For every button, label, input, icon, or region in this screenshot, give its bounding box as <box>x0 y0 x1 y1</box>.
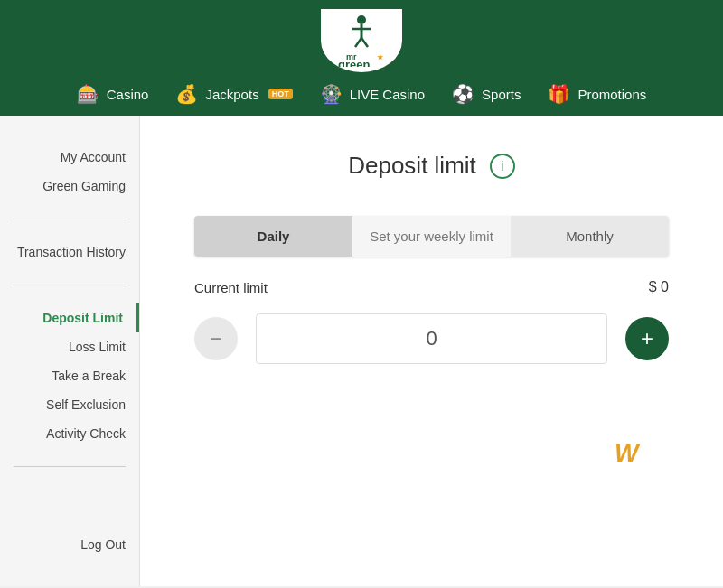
nav-item-casino[interactable]: 🎰 Casino <box>77 83 149 105</box>
tab-monthly[interactable]: Monthly <box>511 216 669 257</box>
sidebar-item-log-out[interactable]: Log Out <box>0 530 139 559</box>
logo-svg: mr green ★ <box>330 13 393 67</box>
page-title-row: Deposit limit i <box>194 152 669 180</box>
tab-weekly[interactable]: Set your weekly limit <box>352 216 511 257</box>
sidebar-item-self-exclusion[interactable]: Self Exclusion <box>0 390 139 419</box>
sidebar-divider-1 <box>14 219 126 219</box>
sidebar-item-deposit-limit[interactable]: Deposit Limit <box>0 303 139 332</box>
nav-promotions-label: Promotions <box>577 87 646 102</box>
hot-badge: HOT <box>268 89 293 99</box>
logo: mr green ★ <box>330 13 393 70</box>
promotions-icon: 🎁 <box>548 83 570 105</box>
svg-text:green: green <box>338 58 370 67</box>
sidebar-item-green-gaming[interactable]: Green Gaming <box>0 172 139 201</box>
sidebar-section-3: Deposit Limit Loss Limit Take a Break Se… <box>0 294 139 457</box>
minus-button[interactable]: − <box>194 317 238 360</box>
header: mr green ★ 🎰 Casino 💰 Jackpots HOT 🎡 LIV… <box>0 0 723 116</box>
page-title: Deposit limit <box>348 152 476 180</box>
svg-text:W: W <box>615 439 641 467</box>
nav-item-promotions[interactable]: 🎁 Promotions <box>548 83 646 105</box>
sidebar-section-4: Log Out <box>0 521 139 568</box>
sidebar-item-take-a-break[interactable]: Take a Break <box>0 361 139 390</box>
jackpots-icon: 💰 <box>175 83 198 105</box>
nav-item-live-casino[interactable]: 🎡 LIVE Casino <box>320 83 425 105</box>
limit-row: Current limit $ 0 <box>194 279 669 295</box>
sidebar-section-2: Transaction History <box>0 229 139 275</box>
sidebar-divider-3 <box>14 466 126 467</box>
nav-jackpots-label: Jackpots <box>205 87 258 102</box>
main-layout: My Account Green Gaming Transaction Hist… <box>0 116 723 586</box>
plus-icon: + <box>641 326 653 351</box>
sports-icon: ⚽ <box>452 83 474 105</box>
tab-daily[interactable]: Daily <box>194 216 352 257</box>
tab-bar: Daily Set your weekly limit Monthly <box>194 216 669 257</box>
wise-logo: W <box>615 436 669 474</box>
sidebar-divider-2 <box>14 285 126 285</box>
wise-logo-svg: W <box>615 436 669 468</box>
sidebar-item-loss-limit[interactable]: Loss Limit <box>0 332 139 361</box>
minus-icon: − <box>210 326 222 351</box>
nav-item-jackpots[interactable]: 💰 Jackpots HOT <box>175 83 292 105</box>
logo-bar: mr green ★ <box>321 0 402 72</box>
sidebar-section-1: My Account Green Gaming <box>0 134 139 210</box>
svg-point-0 <box>357 15 366 24</box>
logo-container: mr green ★ <box>321 9 402 72</box>
input-row: − + <box>194 313 669 364</box>
live-casino-icon: 🎡 <box>320 83 343 105</box>
svg-line-4 <box>362 38 368 47</box>
limit-input[interactable] <box>256 313 607 364</box>
svg-line-3 <box>355 38 362 47</box>
sidebar: My Account Green Gaming Transaction Hist… <box>0 116 140 586</box>
current-limit-value: $ 0 <box>649 279 669 295</box>
main-content: Deposit limit i Daily Set your weekly li… <box>140 116 723 586</box>
nav-bar: 🎰 Casino 💰 Jackpots HOT 🎡 LIVE Casino ⚽ … <box>0 72 723 116</box>
nav-casino-label: Casino <box>107 87 149 102</box>
sidebar-item-activity-check[interactable]: Activity Check <box>0 419 139 448</box>
content-footer: W <box>194 436 669 474</box>
nav-item-sports[interactable]: ⚽ Sports <box>452 83 521 105</box>
casino-icon: 🎰 <box>77 83 99 105</box>
nav-live-casino-label: LIVE Casino <box>350 87 425 102</box>
sidebar-item-transaction-history[interactable]: Transaction History <box>0 238 139 266</box>
nav-sports-label: Sports <box>482 87 521 102</box>
current-limit-label: Current limit <box>194 280 268 295</box>
sidebar-item-my-account[interactable]: My Account <box>0 143 139 172</box>
info-icon[interactable]: i <box>490 154 515 179</box>
plus-button[interactable]: + <box>625 317 669 360</box>
svg-text:★: ★ <box>377 53 384 61</box>
